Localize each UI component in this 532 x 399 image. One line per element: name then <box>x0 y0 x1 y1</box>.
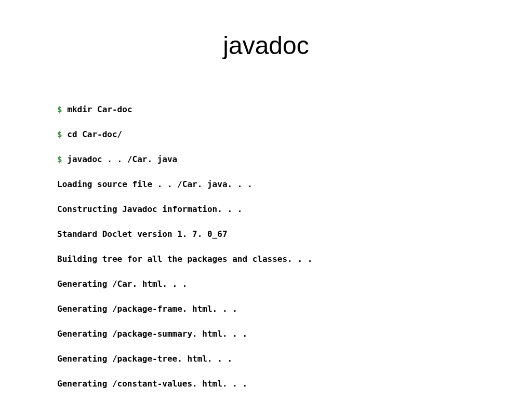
command-line: $ mkdir Car-doc <box>57 103 475 116</box>
prompt-symbol: $ <box>57 129 62 139</box>
page-title: javadoc <box>57 31 475 60</box>
prompt-symbol: $ <box>57 154 62 164</box>
terminal-output: $ mkdir Car-doc $ cd Car-doc/ $ javadoc … <box>57 91 475 399</box>
output-line: Building tree for all the packages and c… <box>57 253 475 265</box>
output-line: Generating /constant-values. html. . . <box>57 378 475 390</box>
prompt-symbol: $ <box>57 104 62 114</box>
slide: javadoc $ mkdir Car-doc $ cd Car-doc/ $ … <box>0 0 532 399</box>
output-line: Constructing Javadoc information. . . <box>57 203 475 216</box>
output-line: Standard Doclet version 1. 7. 0_67 <box>57 228 475 241</box>
command-text: cd Car-doc/ <box>67 129 122 139</box>
command-line: $ javadoc . . /Car. java <box>57 153 475 166</box>
command-text: mkdir Car-doc <box>67 104 132 114</box>
output-line: Generating /package-tree. html. . . <box>57 353 475 365</box>
output-line: Loading source file . . /Car. java. . . <box>57 178 475 191</box>
command-line: $ cd Car-doc/ <box>57 128 475 141</box>
output-line: Generating /package-summary. html. . . <box>57 328 475 340</box>
output-line: Generating /package-frame. html. . . <box>57 303 475 315</box>
command-text: javadoc . . /Car. java <box>67 154 177 164</box>
output-line: Generating /Car. html. . . <box>57 278 475 290</box>
